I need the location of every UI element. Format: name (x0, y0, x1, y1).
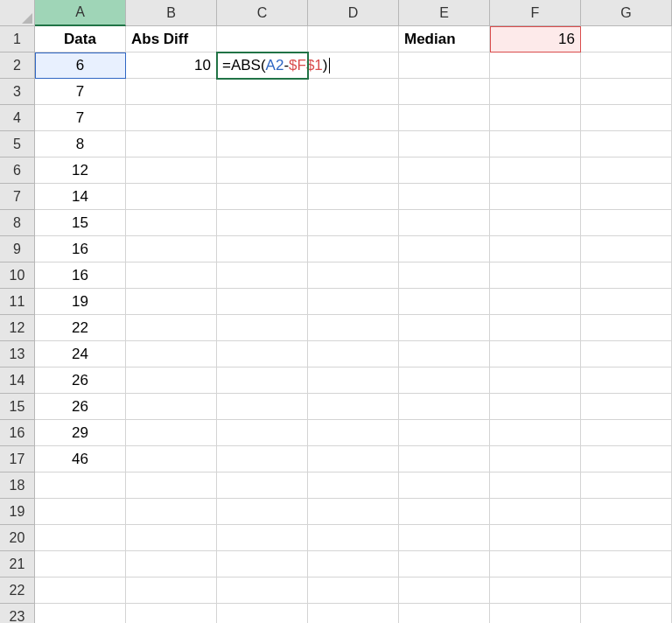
cell-G7[interactable] (581, 184, 672, 210)
cell-C5[interactable] (217, 131, 308, 158)
cell-E17[interactable] (399, 446, 490, 472)
cell-B12[interactable] (126, 315, 217, 341)
cell-A1[interactable]: Data (35, 26, 126, 52)
cell-D12[interactable] (308, 315, 399, 341)
col-header-D[interactable]: D (308, 0, 399, 26)
cell-A17[interactable]: 46 (35, 446, 126, 472)
cell-F22[interactable] (490, 578, 581, 604)
cell-E3[interactable] (399, 79, 490, 105)
cell-G11[interactable] (581, 289, 672, 315)
cell-F13[interactable] (490, 341, 581, 368)
row-header-20[interactable]: 20 (0, 525, 35, 551)
col-header-A[interactable]: A (35, 0, 126, 26)
cell-A8[interactable]: 15 (35, 210, 126, 236)
cell-B23[interactable] (126, 604, 217, 623)
row-header-12[interactable]: 12 (0, 315, 35, 341)
cell-B19[interactable] (126, 499, 217, 525)
cell-E13[interactable] (399, 341, 490, 368)
row-header-16[interactable]: 16 (0, 420, 35, 446)
cell-C23[interactable] (217, 604, 308, 623)
cell-A5[interactable]: 8 (35, 131, 126, 158)
cell-C11[interactable] (217, 289, 308, 315)
cell-A16[interactable]: 29 (35, 420, 126, 446)
cell-G15[interactable] (581, 394, 672, 420)
cell-G2[interactable] (581, 52, 672, 79)
cell-G22[interactable] (581, 578, 672, 604)
cell-A20[interactable] (35, 525, 126, 551)
cell-C9[interactable] (217, 236, 308, 262)
cell-C3[interactable] (217, 79, 308, 105)
cell-D5[interactable] (308, 131, 399, 158)
cell-F2[interactable] (490, 52, 581, 79)
cell-D7[interactable] (308, 184, 399, 210)
cell-D1[interactable] (308, 26, 399, 52)
cell-E6[interactable] (399, 158, 490, 184)
cell-A12[interactable]: 22 (35, 315, 126, 341)
cell-A7[interactable]: 14 (35, 184, 126, 210)
cell-D13[interactable] (308, 341, 399, 368)
cell-B5[interactable] (126, 131, 217, 158)
cell-B20[interactable] (126, 525, 217, 551)
cell-C22[interactable] (217, 578, 308, 604)
cell-G16[interactable] (581, 420, 672, 446)
cell-C2-editing[interactable]: =ABS(A2-$F$1) (217, 52, 308, 79)
cell-F1[interactable]: 16 (490, 26, 581, 52)
cell-C16[interactable] (217, 420, 308, 446)
cell-B6[interactable] (126, 158, 217, 184)
row-header-10[interactable]: 10 (0, 262, 35, 289)
cell-E14[interactable] (399, 368, 490, 394)
cell-G12[interactable] (581, 315, 672, 341)
select-all-corner[interactable] (0, 0, 35, 26)
row-header-7[interactable]: 7 (0, 184, 35, 210)
cell-E5[interactable] (399, 131, 490, 158)
cell-F3[interactable] (490, 79, 581, 105)
cell-G4[interactable] (581, 105, 672, 131)
cell-E15[interactable] (399, 394, 490, 420)
cell-A18[interactable] (35, 472, 126, 499)
cell-F6[interactable] (490, 158, 581, 184)
cell-G9[interactable] (581, 236, 672, 262)
cell-C14[interactable] (217, 368, 308, 394)
cell-G21[interactable] (581, 551, 672, 578)
cell-B21[interactable] (126, 551, 217, 578)
cell-E2[interactable] (399, 52, 490, 79)
cell-C13[interactable] (217, 341, 308, 368)
cell-C18[interactable] (217, 472, 308, 499)
row-header-14[interactable]: 14 (0, 368, 35, 394)
cell-E23[interactable] (399, 604, 490, 623)
cell-G1[interactable] (581, 26, 672, 52)
cell-C10[interactable] (217, 262, 308, 289)
cell-D9[interactable] (308, 236, 399, 262)
cell-F5[interactable] (490, 131, 581, 158)
cell-D20[interactable] (308, 525, 399, 551)
cell-B11[interactable] (126, 289, 217, 315)
cell-C21[interactable] (217, 551, 308, 578)
cell-E10[interactable] (399, 262, 490, 289)
row-header-18[interactable]: 18 (0, 472, 35, 499)
cell-A4[interactable]: 7 (35, 105, 126, 131)
cell-G17[interactable] (581, 446, 672, 472)
col-header-F[interactable]: F (490, 0, 581, 26)
cell-D18[interactable] (308, 472, 399, 499)
cell-G23[interactable] (581, 604, 672, 623)
cell-F9[interactable] (490, 236, 581, 262)
cell-G19[interactable] (581, 499, 672, 525)
cell-F17[interactable] (490, 446, 581, 472)
cell-D19[interactable] (308, 499, 399, 525)
cell-A19[interactable] (35, 499, 126, 525)
cell-A11[interactable]: 19 (35, 289, 126, 315)
cell-A23[interactable] (35, 604, 126, 623)
cell-E19[interactable] (399, 499, 490, 525)
cell-B10[interactable] (126, 262, 217, 289)
row-header-21[interactable]: 21 (0, 551, 35, 578)
cell-B1[interactable]: Abs Diff (126, 26, 217, 52)
cell-A9[interactable]: 16 (35, 236, 126, 262)
cell-D21[interactable] (308, 551, 399, 578)
cell-B9[interactable] (126, 236, 217, 262)
cell-G3[interactable] (581, 79, 672, 105)
cell-C15[interactable] (217, 394, 308, 420)
cell-B4[interactable] (126, 105, 217, 131)
cell-C8[interactable] (217, 210, 308, 236)
cell-B18[interactable] (126, 472, 217, 499)
cell-B14[interactable] (126, 368, 217, 394)
